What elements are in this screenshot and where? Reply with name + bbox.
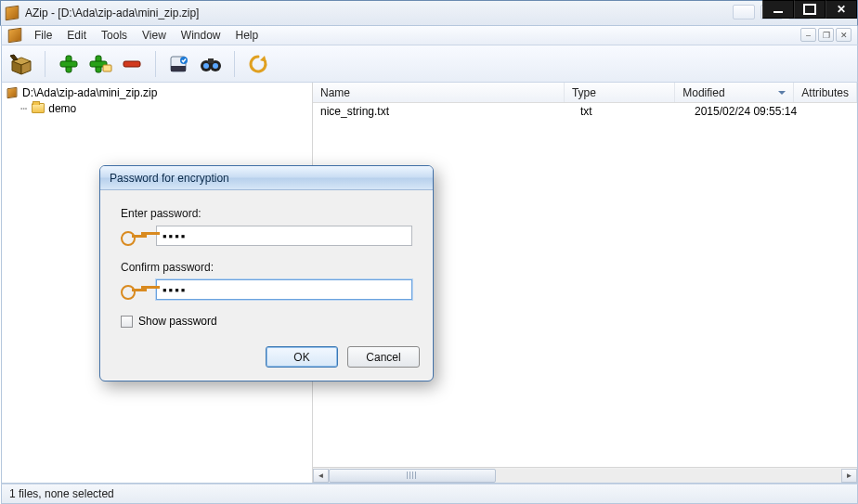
toolbar-separator	[45, 51, 46, 77]
mdi-close-button[interactable]: ✕	[836, 28, 852, 42]
window-minimize-button[interactable]	[762, 0, 794, 19]
test-button[interactable]	[165, 50, 193, 78]
key-icon	[121, 283, 147, 296]
window-title: AZip - [D:\Ada\zip-ada\mini_zip.zip]	[25, 6, 853, 19]
window-maximize-button[interactable]	[794, 0, 826, 19]
file-row[interactable]: nice_string.txt txt 2015/02/24 09:55:14	[313, 103, 857, 120]
window-close-button[interactable]	[826, 0, 857, 19]
confirm-password-input[interactable]	[156, 279, 412, 300]
confirm-password-label: Confirm password:	[121, 261, 412, 274]
column-name[interactable]: Name	[313, 83, 565, 102]
scroll-left-button[interactable]: ◄	[313, 469, 329, 483]
status-bar: 1 files, none selected	[1, 484, 858, 504]
svg-rect-8	[103, 65, 111, 71]
toolbar-separator	[155, 51, 156, 77]
cancel-button[interactable]: Cancel	[347, 346, 420, 368]
tree-branch-icon: ⋯	[20, 102, 26, 115]
mdi-restore-button[interactable]: ❐	[818, 28, 834, 42]
add-folder-button[interactable]	[86, 50, 114, 78]
toolbar	[1, 45, 858, 83]
window-titlebar[interactable]: AZip - [D:\Ada\zip-ada\mini_zip.zip]	[0, 0, 858, 26]
svg-rect-17	[208, 58, 214, 63]
binoculars-icon	[200, 55, 222, 73]
show-password-checkbox[interactable]: Show password	[121, 315, 412, 328]
ok-button[interactable]: OK	[266, 346, 338, 368]
svg-rect-9	[124, 61, 140, 67]
window-buttons	[762, 0, 857, 19]
enter-password-label: Enter password:	[121, 207, 412, 220]
scroll-thumb[interactable]	[329, 469, 496, 483]
app-icon	[5, 6, 20, 20]
box-open-icon	[9, 52, 33, 76]
scroll-right-button[interactable]: ►	[841, 469, 857, 483]
menu-window[interactable]: Window	[174, 27, 228, 44]
scroll-track[interactable]	[329, 469, 841, 483]
column-type[interactable]: Type	[565, 83, 675, 102]
enter-password-input[interactable]	[156, 226, 412, 246]
svg-rect-11	[171, 66, 186, 71]
svg-point-15	[203, 63, 209, 69]
status-text: 1 files, none selected	[9, 487, 114, 500]
plus-folder-icon	[88, 54, 112, 74]
folder-icon	[32, 103, 45, 113]
show-password-label: Show password	[138, 315, 217, 328]
tree-root-label: D:\Ada\zip-ada\mini_zip.zip	[22, 86, 157, 99]
dialog-title[interactable]: Password for encryption	[100, 166, 433, 190]
horizontal-scrollbar[interactable]: ◄ ►	[313, 467, 857, 483]
archive-icon	[6, 86, 19, 99]
file-list-header: Name Type Modified Attributes	[313, 83, 857, 103]
find-button[interactable]	[197, 50, 225, 78]
checkbox-icon	[121, 316, 133, 328]
menu-tools[interactable]: Tools	[94, 27, 135, 44]
app-icon	[7, 28, 22, 43]
svg-marker-18	[260, 56, 266, 62]
minus-red-icon	[122, 54, 142, 74]
menu-edit[interactable]: Edit	[59, 27, 94, 44]
mdi-minimize-button[interactable]: –	[800, 28, 816, 42]
update-button[interactable]	[244, 50, 272, 78]
key-icon	[121, 229, 147, 242]
cell-name: nice_string.txt	[313, 105, 573, 118]
svg-marker-3	[10, 55, 18, 60]
tree-item-demo[interactable]: ⋯ demo	[4, 100, 310, 116]
password-dialog: Password for encryption Enter password: …	[99, 165, 434, 381]
menu-bar: File Edit Tools View Window Help – ❐ ✕	[1, 26, 858, 45]
mdi-buttons: – ❐ ✕	[800, 28, 852, 42]
cell-modified: 2015/02/24 09:55:14	[687, 105, 810, 118]
menu-help[interactable]: Help	[228, 27, 266, 44]
svg-rect-5	[60, 61, 77, 67]
add-files-button[interactable]	[55, 50, 83, 78]
column-attributes[interactable]: Attributes	[794, 83, 857, 102]
plus-green-icon	[58, 54, 79, 74]
extract-button[interactable]	[7, 50, 35, 78]
menu-file[interactable]: File	[27, 27, 59, 44]
remove-button[interactable]	[118, 50, 146, 78]
refresh-icon	[248, 54, 268, 74]
menu-view[interactable]: View	[135, 27, 174, 44]
tree-item-label: demo	[48, 102, 76, 115]
cell-type: txt	[573, 105, 687, 118]
column-modified[interactable]: Modified	[675, 83, 794, 102]
drive-check-icon	[169, 54, 189, 74]
toolbar-separator	[234, 51, 235, 77]
svg-point-16	[213, 63, 218, 69]
tree-root[interactable]: D:\Ada\zip-ada\mini_zip.zip	[4, 84, 310, 100]
